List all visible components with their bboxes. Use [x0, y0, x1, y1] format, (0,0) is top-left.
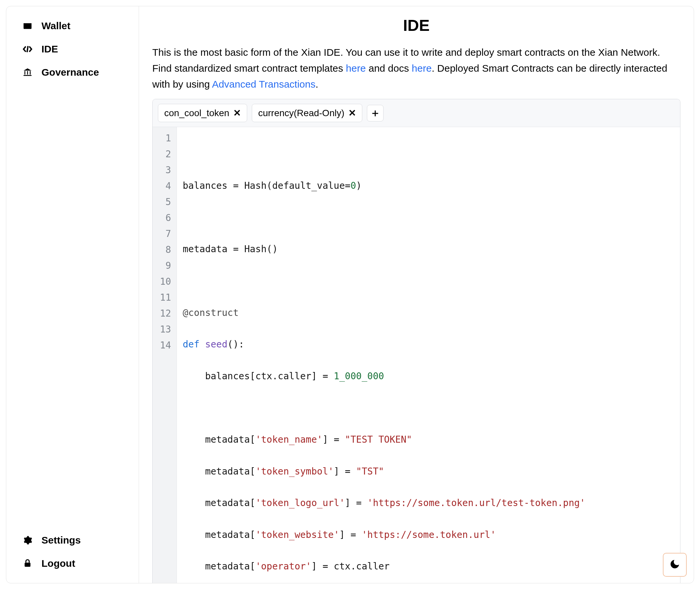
sidebar-item-logout[interactable]: Logout [6, 552, 139, 575]
close-icon[interactable]: ✕ [348, 107, 356, 118]
wallet-icon [21, 21, 33, 31]
svg-rect-5 [27, 71, 28, 75]
sidebar-item-label: Settings [41, 534, 81, 546]
svg-rect-1 [23, 23, 31, 25]
tab-label: currency(Read-Only) [258, 108, 344, 118]
moon-icon [669, 559, 680, 571]
sidebar-item-wallet[interactable]: Wallet [6, 14, 139, 37]
tab-bar: con_cool_token ✕ currency(Read-Only) ✕ ＋ [153, 99, 680, 127]
svg-rect-6 [30, 71, 31, 75]
link-docs[interactable]: here [412, 63, 432, 74]
sidebar-item-label: Governance [41, 67, 99, 78]
sidebar-item-governance[interactable]: Governance [6, 61, 139, 84]
lock-icon [21, 559, 33, 569]
theme-toggle-button[interactable] [663, 553, 687, 577]
gear-icon [21, 535, 33, 545]
sidebar-item-settings[interactable]: Settings [6, 528, 139, 552]
sidebar-item-label: IDE [41, 43, 58, 55]
code-icon [21, 44, 33, 55]
link-advanced-tx[interactable]: Advanced Transactions [212, 79, 315, 90]
sidebar-item-ide[interactable]: IDE [6, 37, 139, 61]
add-tab-button[interactable]: ＋ [367, 105, 384, 121]
link-templates[interactable]: here [346, 63, 366, 74]
svg-rect-7 [23, 75, 31, 76]
sidebar: Wallet IDE Governance Settings [6, 6, 139, 583]
main-content: IDE This is the most basic form of the X… [139, 6, 694, 583]
line-gutter: 1 2 3 4 5 6 7 8 9 10 11 12 13 14 [153, 127, 177, 583]
tab-label: con_cool_token [164, 108, 229, 118]
close-icon[interactable]: ✕ [233, 107, 241, 118]
page-title: IDE [152, 16, 680, 34]
governance-icon [21, 67, 33, 78]
sidebar-item-label: Logout [41, 558, 75, 569]
code-area[interactable]: 1 2 3 4 5 6 7 8 9 10 11 12 13 14 balance… [153, 127, 680, 583]
svg-rect-4 [24, 71, 25, 75]
editor-tab[interactable]: currency(Read-Only) ✕ [252, 104, 362, 122]
plus-icon: ＋ [370, 106, 381, 120]
intro-text: This is the most basic form of the Xian … [152, 44, 680, 92]
app-frame: Wallet IDE Governance Settings [6, 6, 694, 583]
editor-tab[interactable]: con_cool_token ✕ [158, 104, 247, 122]
svg-line-2 [27, 46, 28, 53]
svg-rect-8 [24, 563, 30, 567]
code-content[interactable]: balances = Hash(default_value=0) metadat… [177, 127, 592, 583]
sidebar-item-label: Wallet [41, 20, 70, 31]
svg-marker-3 [23, 68, 31, 71]
code-editor: con_cool_token ✕ currency(Read-Only) ✕ ＋… [152, 99, 680, 583]
